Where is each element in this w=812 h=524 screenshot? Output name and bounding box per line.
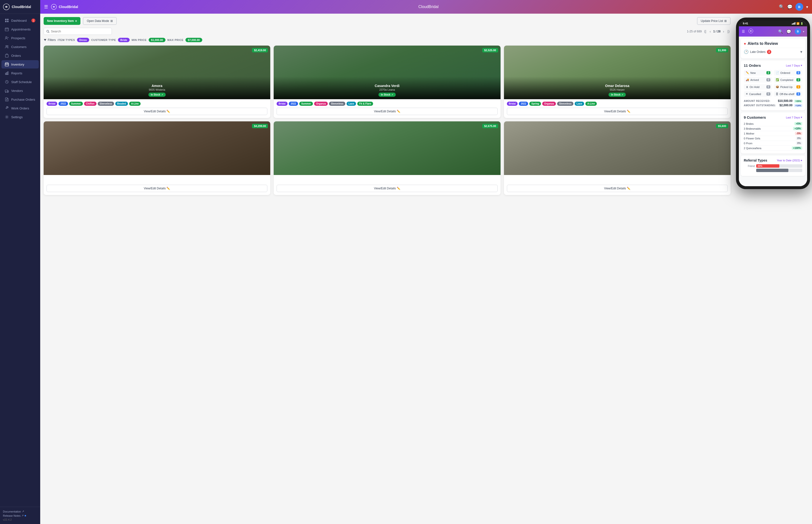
- order-item-off-shelf[interactable]: 🗄 Off-the-shelf 3: [774, 91, 802, 97]
- tag[interactable]: Sleeveless: [557, 102, 574, 106]
- phone-search-icon[interactable]: 🔍: [778, 29, 783, 34]
- avatar[interactable]: B: [795, 3, 803, 11]
- sidebar-item-inventory[interactable]: Inventory: [1, 60, 39, 68]
- tag[interactable]: Spring: [529, 102, 541, 106]
- tag[interactable]: Fit & Flare: [357, 102, 373, 106]
- shelf-icon: 🗄: [776, 93, 778, 96]
- tag[interactable]: Summer: [69, 102, 83, 106]
- tag[interactable]: Sleeveless: [98, 102, 114, 106]
- orders-period[interactable]: Last 7 Days ▾: [786, 64, 802, 67]
- release-notes-link[interactable]: Release Notes ↗: [3, 514, 37, 517]
- phone-chat-icon[interactable]: 💬: [786, 29, 791, 34]
- tag[interactable]: Beaded: [115, 102, 128, 106]
- card-bg-4: [44, 121, 270, 175]
- order-item-on-hold[interactable]: ⏸ On Hold 0: [744, 84, 772, 90]
- item-types-value[interactable]: Dress: [77, 38, 89, 42]
- view-edit-button-5[interactable]: View/Edit Details ✏️: [277, 185, 497, 192]
- phone-status-bar: 9:41 📶 🔋: [739, 20, 807, 26]
- tag[interactable]: Sleeveless: [329, 102, 345, 106]
- sidebar-item-label: Purchase Orders: [11, 98, 35, 101]
- pagination-next-button[interactable]: ›: [722, 29, 725, 34]
- tag[interactable]: Organza: [314, 102, 328, 106]
- tag[interactable]: A-Line: [585, 102, 597, 106]
- view-edit-button-1[interactable]: View/Edit Details ✏️: [47, 108, 267, 115]
- svg-point-9: [5, 36, 7, 38]
- view-edit-button-6[interactable]: View/Edit Details ✏️: [507, 185, 728, 192]
- filters-button[interactable]: Filters: [44, 38, 56, 42]
- min-price-value[interactable]: $1,000.00: [149, 38, 165, 42]
- item-types-label: ITEM TYPES: [58, 38, 75, 42]
- settings-icon: [5, 115, 9, 119]
- orders-count: 11 Orders: [744, 63, 761, 67]
- tag[interactable]: 2022: [59, 102, 68, 106]
- truck-icon: [5, 89, 9, 93]
- tag[interactable]: Bridal: [47, 102, 57, 106]
- order-item-ordered[interactable]: 📄 Ordered 3: [774, 70, 802, 76]
- pagination: 1-25 of 689 ⟨| ‹ 1 / 28 › |⟩: [687, 29, 731, 34]
- orders-header: 11 Orders Last 7 Days ▾: [744, 63, 802, 67]
- pagination-current: 1 / 28: [713, 30, 720, 33]
- tag[interactable]: A-Line: [129, 102, 140, 106]
- sidebar-item-appointments[interactable]: Appointments: [1, 25, 39, 33]
- tag[interactable]: Bridal: [507, 102, 518, 106]
- tag[interactable]: Organza: [542, 102, 556, 106]
- avatar-dropdown-icon[interactable]: ▾: [806, 5, 808, 9]
- phone-avatar-dropdown-icon[interactable]: ▾: [803, 30, 804, 33]
- svg-line-30: [49, 32, 49, 33]
- svg-point-24: [7, 92, 8, 93]
- order-item-completed[interactable]: ✅ Completed 2: [774, 77, 802, 83]
- order-item-arrived[interactable]: 🚚 Arrived 0: [744, 77, 772, 83]
- search-box-icon: [46, 30, 49, 33]
- card-image-2: $2,525.00 Casandra Verdi 2370a Leana In …: [274, 46, 500, 99]
- order-item-new[interactable]: ✏️ New 2: [744, 70, 772, 76]
- order-count-picked-up: 1: [796, 85, 800, 88]
- sidebar-item-orders[interactable]: Orders: [1, 51, 39, 60]
- max-price-value[interactable]: $7,000.00: [185, 38, 202, 42]
- tag[interactable]: Lace: [347, 102, 356, 106]
- tag[interactable]: Chiffon: [84, 102, 97, 106]
- inventory-card: $2,525.00 Casandra Verdi 2370a Leana In …: [274, 46, 500, 118]
- tag[interactable]: 2022: [289, 102, 298, 106]
- chat-icon[interactable]: 💬: [787, 4, 793, 10]
- view-edit-button-2[interactable]: View/Edit Details ✏️: [277, 108, 497, 115]
- card-info-2: Casandra Verdi 2370a Leana In Stock ✓: [274, 77, 500, 99]
- sidebar-item-settings[interactable]: Settings: [1, 113, 39, 121]
- sidebar-item-dashboard[interactable]: Dashboard 1: [1, 16, 39, 24]
- referral-period[interactable]: Year to Date (2022) ▾: [777, 159, 802, 162]
- menu-icon[interactable]: ☰: [44, 4, 48, 10]
- sidebar-item-staff-schedule[interactable]: Staff Schedule: [1, 78, 39, 86]
- sidebar-item-customers[interactable]: Customers: [1, 43, 39, 51]
- sidebar-item-work-orders[interactable]: Work Orders: [1, 104, 39, 112]
- customer-row-bridesmaids: 3 Bridesmaids +18%: [744, 126, 802, 131]
- sidebar-item-reports[interactable]: Reports: [1, 69, 39, 77]
- search-icon[interactable]: 🔍: [779, 4, 784, 10]
- phone-avatar[interactable]: B: [795, 28, 801, 35]
- tag[interactable]: Summer: [299, 102, 313, 106]
- tag[interactable]: Lace: [575, 102, 584, 106]
- svg-rect-20: [7, 72, 8, 75]
- update-price-list-button[interactable]: Update Price List ⊞: [697, 17, 731, 25]
- tag[interactable]: 2022: [519, 102, 528, 106]
- new-inventory-item-button[interactable]: New Inventory Item +: [44, 17, 80, 25]
- pagination-last-button[interactable]: |⟩: [727, 29, 731, 34]
- search-input[interactable]: [51, 30, 109, 33]
- sidebar-item-purchase-orders[interactable]: Purchase Orders: [1, 95, 39, 103]
- phone-menu-icon[interactable]: ☰: [742, 30, 745, 33]
- pagination-first-button[interactable]: ⟨|: [703, 29, 707, 34]
- card-price-5: $2,675.00: [482, 124, 498, 128]
- sidebar-item-prospects[interactable]: Prospects: [1, 34, 39, 42]
- open-data-mode-button[interactable]: Open Data Mode ⊞: [83, 17, 116, 25]
- order-item-picked-up[interactable]: 📦 Picked Up 1: [774, 84, 802, 90]
- battery-icon: 🔋: [800, 22, 803, 25]
- view-edit-button-4[interactable]: View/Edit Details ✏️: [47, 185, 267, 192]
- order-count-ordered: 3: [796, 71, 800, 74]
- customers-period[interactable]: Last 7 Days ▾: [786, 116, 802, 119]
- pagination-prev-button[interactable]: ‹: [709, 29, 712, 34]
- sidebar-item-vendors[interactable]: Vendors: [1, 86, 39, 95]
- order-item-cancelled[interactable]: ✕ Cancelled 0: [744, 91, 772, 97]
- documentation-link[interactable]: Documentation ↗: [3, 510, 37, 513]
- customer-type-value[interactable]: Bride: [118, 38, 130, 42]
- tag[interactable]: Bridal: [277, 102, 287, 106]
- view-edit-button-3[interactable]: View/Edit Details ✏️: [507, 108, 728, 115]
- late-orders-row[interactable]: 🕐 Late Orders 2 ▾: [744, 48, 802, 55]
